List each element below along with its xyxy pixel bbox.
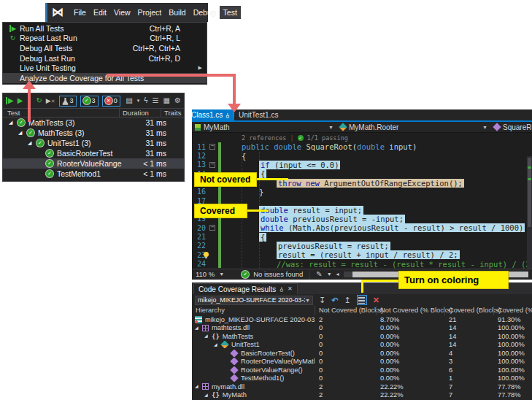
menu-item-label: Debug All Tests xyxy=(20,44,72,53)
expander-icon[interactable]: ◢ xyxy=(204,334,212,339)
test-row-basicrootertest[interactable]: ✓BasicRooterTest31 ms xyxy=(3,148,184,158)
line-number: 13 xyxy=(192,161,208,169)
menu-item-repeat-last-run[interactable]: ↻Repeat Last RunCtrl+R, L xyxy=(3,34,207,44)
show-code-coverage-coloring-icon[interactable] xyxy=(357,295,367,305)
close-icon[interactable]: ✕ xyxy=(288,286,293,292)
code-line-21[interactable]: 21{ xyxy=(192,232,532,241)
run-icon[interactable]: ▶ xyxy=(18,97,23,104)
export-results-icon[interactable]: ↥ xyxy=(344,296,350,304)
coverage-row-mathtests-dll[interactable]: ◢mathtests.dll00.00%14100.00% xyxy=(192,324,532,333)
menu-item-project[interactable]: Project xyxy=(134,6,166,19)
run-all-icon[interactable]: ▶ xyxy=(6,97,14,104)
menu-item-debug-all-tests[interactable]: Debug All TestsCtrl+R, Ctrl+A xyxy=(3,43,207,53)
code-line-23[interactable]: 23result = (result + input / result) / 2… xyxy=(192,250,532,259)
expander-icon[interactable]: ◢ xyxy=(28,140,36,146)
dropdown-caret-icon[interactable]: ▾ xyxy=(137,97,140,104)
repeat-run-icon[interactable]: ↻ xyxy=(36,97,42,104)
coverage-result-dropdown[interactable]: mikejo_MIKEJO-SURFACE 2020-03-31 13_4 ▼ xyxy=(195,296,313,305)
test-row-testmethod1[interactable]: ✓TestMethod1< 1 ms xyxy=(3,169,184,179)
turn-on-coloring-callout: Turn on coloring xyxy=(398,271,509,289)
total-tests-badge[interactable]: 3 xyxy=(59,96,77,107)
live-unit-testing-icon[interactable]: ϟ xyxy=(144,97,147,104)
code-line-22[interactable]: 22previousResult = result; xyxy=(192,242,532,250)
code-line-11[interactable]: 11−public double SquareRoot(double input… xyxy=(192,142,532,151)
expander-icon[interactable]: ◢ xyxy=(18,130,27,136)
failed-tests-badge[interactable]: ✕ 0 xyxy=(102,96,120,107)
collapse-region-icon[interactable]: − xyxy=(209,225,215,231)
coverage-row-rootervaluerange-[interactable]: RooterValueRange()00.00%6100.00% xyxy=(192,366,532,374)
test-row-rootervaluerange[interactable]: ✓RooterValueRange< 1 ms xyxy=(3,158,184,169)
issues-status[interactable]: No issues found xyxy=(253,270,303,278)
code-line-20[interactable]: 20−while (Math.Abs(previousResult - resu… xyxy=(192,223,532,232)
menu-item-view[interactable]: View xyxy=(110,6,134,19)
pin-icon[interactable]: ⚲ xyxy=(280,286,284,292)
column-traits[interactable]: Traits xyxy=(161,109,184,117)
code-line-12[interactable]: 12{ xyxy=(192,151,532,160)
coverage-item: RooterValueRange() xyxy=(192,366,303,374)
remove-results-icon[interactable]: ✕ xyxy=(373,296,379,304)
coverage-row-mymath[interactable]: ◢{}MyMath222.22%777.78% xyxy=(192,391,532,400)
chevron-down-icon[interactable]: ▼ xyxy=(219,272,224,277)
breadcrumb-type[interactable]: MyMath.Rooter ▼ xyxy=(337,122,491,133)
coverage-row-rooteronevalue-mymath-ro-[interactable]: RooterOneValue(MyMath.Ro...00.00%3100.00… xyxy=(192,358,532,366)
code-line-16[interactable]: 16} xyxy=(192,188,532,196)
menu-item-test[interactable]: Test xyxy=(220,6,241,19)
code-coverage-results-tab[interactable]: Code Coverage Results ⚲ ✕ xyxy=(193,283,298,294)
breadcrumb-project[interactable]: MyMath ▼ xyxy=(192,122,337,133)
menu-item-file[interactable]: File xyxy=(70,6,90,19)
chevron-down-icon[interactable]: ▼ xyxy=(327,272,332,277)
code-lens-passing[interactable]: 1/1 passing xyxy=(307,134,348,142)
group-by-icon[interactable]: ☰ xyxy=(153,97,159,104)
column-test[interactable]: Test xyxy=(3,109,119,117)
editor-options-icon[interactable]: ✎ xyxy=(316,271,322,278)
expander-icon[interactable]: ◢ xyxy=(214,342,221,347)
code-lens[interactable]: 2 references | ✓ 1/1 passing xyxy=(192,133,532,142)
test-row-mathtests-3-[interactable]: ◢✓MathTests (3)31 ms xyxy=(3,128,184,138)
column-hierarchy[interactable]: Hierarchy xyxy=(196,307,225,314)
playlist-icon[interactable]: ▤ xyxy=(126,97,132,104)
menu-item-live-unit-testing[interactable]: Live Unit Testing▶ xyxy=(3,63,207,73)
column-duration[interactable]: Duration xyxy=(119,109,161,117)
import-results-icon[interactable]: ↧ xyxy=(319,296,325,304)
scroll-left-icon[interactable]: ◂ xyxy=(336,271,339,278)
passed-tests-badge[interactable]: ✓ 3 xyxy=(80,96,99,107)
coverage-row-testmethod1-[interactable]: TestMethod1()00.00%1100.00% xyxy=(192,374,532,383)
coverage-row-mikejo-mikejo-surface-2020-03-31-13-[interactable]: mikejo_MIKEJO-SURFACE 2020-03-31 13_...2… xyxy=(192,315,532,324)
settings-gear-icon[interactable]: ⚙ xyxy=(174,97,181,104)
coverage-row-mymath-dll[interactable]: ◢mymath.dll222.22%777.78% xyxy=(192,382,532,391)
coverage-row-basicrootertest-[interactable]: BasicRooterTest()00.00%4100.00% xyxy=(192,349,532,358)
chevron-down-icon[interactable]: ▼ xyxy=(328,125,334,130)
expander-icon[interactable]: ◢ xyxy=(195,326,202,331)
expander-icon[interactable]: ◢ xyxy=(195,384,202,389)
code-lens-references[interactable]: 2 references xyxy=(242,134,286,142)
merge-results-icon[interactable]: ↶ xyxy=(331,296,338,304)
column-covered-[interactable]: Covered (%) xyxy=(498,307,532,314)
expander-icon[interactable]: ◢ xyxy=(9,120,18,126)
hierarchy-icon[interactable]: ▦ xyxy=(163,97,170,104)
zoom-level[interactable]: 110 % xyxy=(196,270,215,278)
menu-item-debug[interactable]: Debug xyxy=(190,6,220,19)
vertical-scrollbar[interactable] xyxy=(527,156,532,269)
token: ) xyxy=(412,142,417,151)
coverage-row-mathtests[interactable]: ◢{}MathTests00.00%14100.00% xyxy=(192,332,532,341)
collapse-region-icon[interactable]: − xyxy=(209,162,215,168)
code-line-13[interactable]: 13−if (input <= 0.0) xyxy=(192,161,532,169)
code-line-24[interactable]: 24//was: result = result - (result * res… xyxy=(192,259,532,268)
column-not-covered-blocks-[interactable]: Not Covered (% Blocks) xyxy=(380,307,452,314)
tab-unittest1-cs[interactable]: UnitTest1.cs xyxy=(234,109,282,120)
menu-item-debug-last-run[interactable]: Debug Last RunCtrl+R, D xyxy=(3,53,207,64)
column-not-covered-blocks-[interactable]: Not Covered (Blocks) xyxy=(319,307,383,314)
collapse-region-icon[interactable]: − xyxy=(209,144,215,150)
pin-icon[interactable]: ⚲ xyxy=(225,112,230,118)
breadcrumb-member[interactable]: SquareRoot(double input) xyxy=(491,122,532,133)
code-area[interactable]: 2 references | ✓ 1/1 passing 11−public d… xyxy=(192,133,532,269)
coverage-row-unittest1[interactable]: ◢UnitTest100.00%14100.00% xyxy=(192,341,532,350)
cancel-run-icon[interactable]: ▶✕ xyxy=(46,97,55,105)
menu-item-build[interactable]: Build xyxy=(165,6,189,19)
coverage-value-not-covered-pct: 22.22% xyxy=(380,383,404,391)
menu-item-edit[interactable]: Edit xyxy=(90,6,110,19)
test-row-unittest1-3-[interactable]: ◢✓UnitTest1 (3)31 ms xyxy=(3,138,184,148)
menu-item-run-all-tests[interactable]: ▶Run All TestsCtrl+R, A xyxy=(3,23,207,34)
chevron-down-icon[interactable]: ▼ xyxy=(482,125,487,130)
expander-icon[interactable]: ◢ xyxy=(204,393,212,398)
